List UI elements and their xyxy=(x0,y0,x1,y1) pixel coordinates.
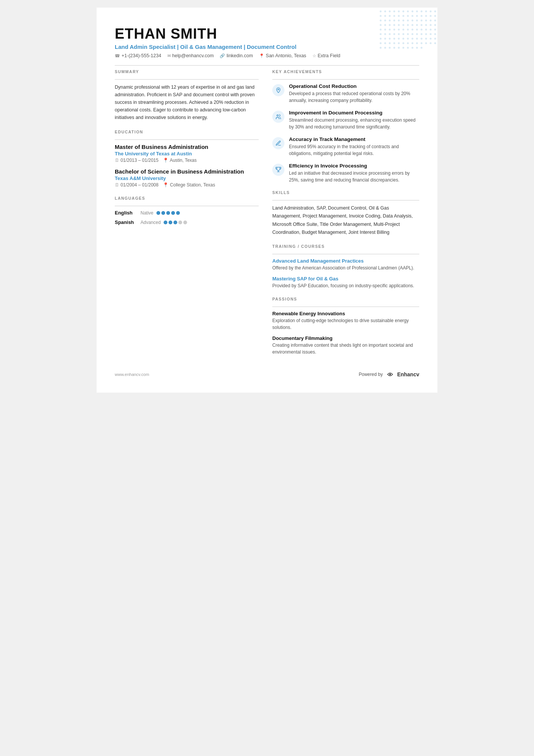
passion-item-1: Documentary Filmmaking Creating informat… xyxy=(272,335,419,355)
svg-point-25 xyxy=(434,15,436,17)
location-icon: 📍 xyxy=(259,53,264,58)
achievements-divider xyxy=(272,79,419,80)
svg-point-113 xyxy=(421,47,423,49)
dot-e3 xyxy=(166,211,170,215)
svg-point-15 xyxy=(389,15,391,17)
edu-item-1: Bachelor of Science in Business Administ… xyxy=(115,168,259,188)
svg-point-49 xyxy=(425,24,427,26)
header: ETHAN SMITH Land Admin Specialist | Oil … xyxy=(115,26,419,58)
passion-desc-1: Creating informative content that sheds … xyxy=(272,342,419,355)
achievement-desc-1: Streamlined document processing, enhanci… xyxy=(289,117,419,130)
edu-location-0: 📍 Austin, Texas xyxy=(163,158,197,163)
svg-point-48 xyxy=(421,24,423,26)
svg-point-88 xyxy=(425,38,427,40)
svg-point-5 xyxy=(403,11,404,13)
phone-icon: ☎ xyxy=(115,53,120,58)
svg-point-62 xyxy=(425,29,427,31)
achievement-title-3: Efficiency in Invoice Processing xyxy=(289,163,419,169)
svg-point-28 xyxy=(389,20,391,22)
loc-icon-1: 📍 xyxy=(163,182,169,188)
edu-school-0: The University of Texas at Austin xyxy=(115,151,259,157)
dot-e2 xyxy=(161,211,165,215)
svg-point-37 xyxy=(430,20,432,22)
achievement-content-0: Operational Cost Reduction Developed a p… xyxy=(289,83,419,104)
svg-point-38 xyxy=(434,20,436,22)
edu-meta-0: 🗓 01/2013 – 01/2015 📍 Austin, Texas xyxy=(115,158,259,163)
achievement-desc-0: Developed a process that reduced operati… xyxy=(289,90,419,104)
lang-name-spanish: Spanish xyxy=(115,219,137,225)
training-title-1: Mastering SAP for Oil & Gas xyxy=(272,276,419,282)
achievement-title-2: Accuracy in Track Management xyxy=(289,136,419,142)
training-item-1: Mastering SAP for Oil & Gas Provided by … xyxy=(272,276,419,289)
people-icon xyxy=(275,114,281,120)
achievement-item-3: Efficiency in Invoice Processing Led an … xyxy=(272,163,419,183)
calendar-icon-1: 🗓 xyxy=(115,182,119,188)
achievement-title-0: Operational Cost Reduction xyxy=(289,83,419,89)
phone-item: ☎ +1-(234)-555-1234 xyxy=(115,53,161,58)
passion-desc-0: Exploration of cutting-edge technologies… xyxy=(272,317,419,331)
candidate-name: ETHAN SMITH xyxy=(115,26,419,42)
svg-point-87 xyxy=(421,38,423,40)
svg-point-21 xyxy=(416,15,418,17)
education-divider xyxy=(115,139,259,140)
svg-point-34 xyxy=(416,20,418,22)
svg-point-50 xyxy=(430,24,432,26)
passion-item-0: Renewable Energy Innovations Exploration… xyxy=(272,311,419,331)
svg-point-1 xyxy=(384,11,386,13)
svg-point-19 xyxy=(407,15,409,17)
training-item-0: Advanced Land Management Practices Offer… xyxy=(272,258,419,271)
brand-name: Enhancv xyxy=(397,371,419,377)
svg-point-27 xyxy=(384,20,386,22)
svg-point-76 xyxy=(430,33,432,35)
languages-section-title: LANGUAGES xyxy=(115,196,259,200)
svg-point-16 xyxy=(393,15,395,17)
svg-point-23 xyxy=(425,15,427,17)
footer-brand: Powered by Enhancv xyxy=(359,371,419,377)
achievement-content-3: Efficiency in Invoice Processing Led an … xyxy=(289,163,419,183)
dot-e1 xyxy=(156,211,160,215)
dot-s3 xyxy=(173,221,177,224)
left-column: SUMMARY Dynamic professional with 12 yea… xyxy=(115,69,259,360)
svg-point-13 xyxy=(380,15,382,17)
linkedin-item: 🔗 linkedin.com xyxy=(220,53,253,58)
svg-point-0 xyxy=(380,11,382,13)
svg-point-26 xyxy=(380,20,382,22)
svg-point-7 xyxy=(412,11,414,13)
skills-text: Land Administration, SAP, Document Contr… xyxy=(272,204,419,236)
summary-text: Dynamic professional with 12 years of ex… xyxy=(115,83,259,121)
achievement-item-1: Improvement in Document Processing Strea… xyxy=(272,110,419,130)
achievement-content-2: Accuracy in Track Management Ensured 95%… xyxy=(289,136,419,157)
dot-e4 xyxy=(171,211,175,215)
edu-item-0: Master of Business Administration The Un… xyxy=(115,144,259,163)
dot-s1 xyxy=(164,221,167,224)
header-divider xyxy=(115,65,419,66)
training-title-0: Advanced Land Management Practices xyxy=(272,258,419,264)
achievement-item-0: Operational Cost Reduction Developed a p… xyxy=(272,83,419,104)
languages-row: English Native Spanish Advanced xyxy=(115,210,259,225)
link-icon: 🔗 xyxy=(220,53,225,58)
email-icon: ✉ xyxy=(167,53,171,58)
svg-point-6 xyxy=(407,11,409,13)
passion-title-0: Renewable Energy Innovations xyxy=(272,311,419,316)
achievement-content-1: Improvement in Document Processing Strea… xyxy=(289,110,419,130)
resume-page: // dots rendered inline below ETHAN SMIT… xyxy=(97,8,437,393)
passion-title-1: Documentary Filmmaking xyxy=(272,335,419,341)
email-value: help@enhancv.com xyxy=(172,53,214,58)
svg-point-17 xyxy=(398,15,400,17)
skills-divider xyxy=(272,200,419,200)
lang-name-english: English xyxy=(115,210,137,216)
powered-by-text: Powered by xyxy=(359,372,383,377)
lang-dots-spanish xyxy=(164,221,187,224)
edu-degree-1: Bachelor of Science in Business Administ… xyxy=(115,168,259,175)
svg-point-30 xyxy=(398,20,400,22)
training-desc-0: Offered by the American Association of P… xyxy=(272,265,419,271)
svg-point-20 xyxy=(412,15,414,17)
svg-point-118 xyxy=(389,374,390,375)
footer-website: www.enhancv.com xyxy=(115,372,149,377)
svg-point-74 xyxy=(421,33,423,35)
dot-s5 xyxy=(183,221,187,224)
edu-degree-0: Master of Business Administration xyxy=(115,144,259,150)
extra-item: ☆ Extra Field xyxy=(312,53,340,58)
education-section-title: EDUCATION xyxy=(115,130,259,134)
linkedin-value: linkedin.com xyxy=(226,53,253,58)
